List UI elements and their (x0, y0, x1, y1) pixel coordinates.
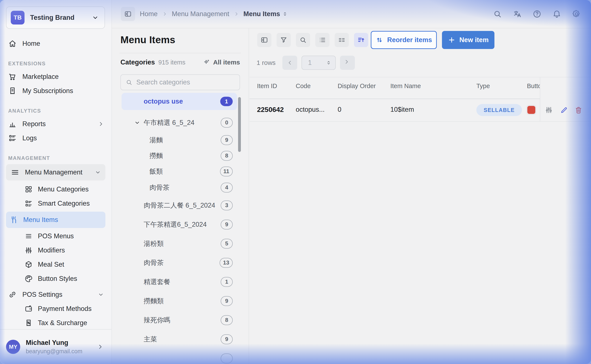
search-table-button[interactable] (296, 33, 310, 47)
category-item[interactable]: 午市精選 6_5_24 0 (121, 113, 237, 132)
divider (120, 53, 241, 53)
palette-icon (25, 275, 33, 283)
category-item[interactable]: 肉骨茶 4 (121, 179, 237, 196)
cart-icon (8, 72, 17, 81)
cell-item-name: 10$item (390, 106, 414, 113)
sidebar-item-pos-menus[interactable]: POS Menus (0, 229, 111, 243)
sort-button[interactable] (354, 33, 368, 47)
prev-page-button[interactable] (282, 56, 297, 70)
breadcrumb-menu-management[interactable]: Menu Management (172, 10, 229, 18)
sidebar-item-my-subscriptions[interactable]: My Subscriptions (0, 84, 111, 98)
actions-column (540, 77, 591, 121)
category-count-badge: 9 (221, 334, 233, 344)
page-title: Menu Items (120, 34, 240, 46)
list-view-button[interactable] (315, 33, 330, 47)
column-header-item-id[interactable]: Item ID (257, 83, 277, 90)
sidebar-item-tax-surcharge[interactable]: Tax & Surcharge (0, 316, 111, 330)
search-button[interactable] (493, 9, 502, 19)
page-number-field (301, 56, 336, 70)
category-item-selected[interactable]: octopus use 1 (121, 93, 237, 110)
chevron-right-icon (98, 121, 104, 127)
column-header-code[interactable]: Code (296, 83, 311, 90)
sidebar-item-button-styles[interactable]: Button Styles (0, 272, 111, 286)
scrollbar-thumb[interactable] (238, 97, 241, 152)
search-input[interactable] (136, 78, 235, 86)
sidebar-item-marketplace[interactable]: Marketplace (0, 70, 111, 84)
pagination: 1 rows (257, 56, 355, 70)
sidebar-item-payment-methods[interactable]: Payment Methods (0, 302, 111, 316)
wallet-icon (25, 305, 33, 313)
category-item[interactable]: 下午茶精選6_5_2024 9 (121, 215, 237, 234)
sidebar-item-menu-categories[interactable]: Menu Categories (0, 182, 111, 196)
sidebar-item-label: Reports (22, 120, 46, 128)
trash-icon (574, 106, 583, 114)
filter-button[interactable] (277, 33, 291, 47)
row-delete-button[interactable] (574, 106, 583, 114)
column-header-item-name[interactable]: Item Name (390, 83, 421, 90)
all-items-button[interactable]: All items (203, 59, 240, 66)
spinner-up-down-icon[interactable] (325, 59, 332, 66)
category-item[interactable]: 精選套餐 1 (121, 272, 237, 291)
category-name: 肉骨茶 (149, 183, 169, 192)
sidebar-item-smart-categories[interactable]: Smart Categories (0, 196, 111, 211)
grid-view-button[interactable] (335, 33, 349, 47)
category-name: 肉骨茶二人餐 6_5_2024 (144, 201, 215, 210)
sidebar-item-logs[interactable]: Logs (0, 131, 111, 145)
sidebar-collapse-button[interactable] (121, 7, 135, 21)
sidebar-item-home[interactable]: Home (0, 37, 111, 51)
category-item[interactable]: 主菜 9 (121, 330, 237, 349)
sparkle-icon (203, 59, 210, 66)
user-menu[interactable]: MY Michael Yung bearyung@gmail.com (0, 329, 111, 364)
category-count-badge: 8 (221, 151, 233, 161)
collapse-panel-button[interactable] (257, 33, 272, 47)
row-modifiers-button[interactable] (545, 106, 553, 114)
sidebar-item-menu-management[interactable]: Menu Management (6, 164, 105, 181)
chevron-down-icon (92, 14, 99, 21)
breadcrumb-home[interactable]: Home (140, 10, 158, 18)
sidebar-item-reports[interactable]: Reports (0, 117, 111, 131)
category-item[interactable]: 飯類 11 (121, 163, 237, 179)
page-number-input[interactable] (307, 59, 324, 67)
category-item[interactable]: 撈麵類 9 (121, 291, 237, 311)
category-count-badge (221, 353, 233, 363)
new-item-button[interactable]: New item (442, 31, 494, 49)
category-item[interactable]: 肉骨茶 13 (121, 253, 237, 272)
sidebar-item-meal-set[interactable]: Meal Set (0, 257, 111, 272)
column-header-type[interactable]: Type (476, 83, 490, 90)
column-header-display-order[interactable]: Display Order (338, 83, 376, 90)
table-toolbar: Reorder items New item (257, 31, 494, 49)
brand-selector[interactable]: TB Testing Brand (6, 6, 105, 29)
sidebar-section-management: MANAGEMENT (0, 145, 111, 164)
cube-icon (25, 260, 33, 269)
category-item[interactable]: 湯粉類 5 (121, 234, 237, 253)
settings-button[interactable] (572, 9, 581, 19)
sidebar-item-menu-items[interactable]: Menu Items (6, 212, 105, 228)
notifications-button[interactable] (552, 9, 562, 19)
receipt-icon (8, 87, 17, 95)
chevron-right-icon (97, 343, 104, 350)
category-item-partial[interactable] (121, 349, 237, 364)
category-count-badge: 5 (221, 239, 233, 249)
language-button[interactable] (512, 9, 522, 19)
chevron-down-icon[interactable] (134, 119, 140, 126)
category-item[interactable]: 肉骨茶二人餐 6_5_2024 3 (121, 196, 237, 215)
chevron-right-icon (162, 11, 167, 17)
funnel-icon (280, 36, 287, 44)
row-edit-button[interactable] (560, 106, 568, 114)
category-item[interactable]: 撈麵 8 (121, 148, 237, 163)
reorder-items-button[interactable]: Reorder items (371, 31, 437, 49)
column-header-button[interactable]: Button (527, 83, 540, 90)
sidebar-item-modifiers[interactable]: Modifiers (0, 243, 111, 257)
sidebar-item-label: Logs (22, 134, 37, 142)
category-item[interactable]: 辣死你嗎 8 (121, 311, 237, 330)
grid-list-icon (25, 199, 33, 208)
help-button[interactable] (532, 9, 542, 19)
topbar-actions (493, 9, 591, 19)
sidebar-item-pos-settings[interactable]: POS Settings (0, 287, 111, 302)
sidebar-item-label: My Subscriptions (22, 87, 73, 95)
pencil-icon (560, 106, 568, 114)
breadcrumb-current[interactable]: Menu Items (243, 10, 288, 18)
next-page-button[interactable] (340, 56, 355, 70)
category-item[interactable]: 湯麵 9 (121, 132, 237, 148)
category-name: 撈麵類 (144, 297, 164, 306)
